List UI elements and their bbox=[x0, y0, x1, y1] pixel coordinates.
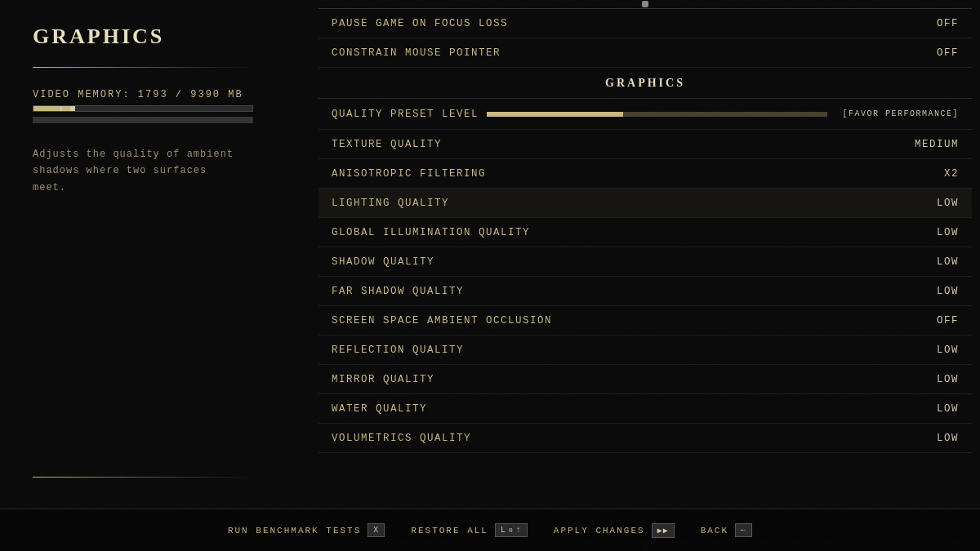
setting-name-shadow: Shadow Quality bbox=[332, 256, 434, 268]
page-root: Graphics Video Memory: 1793 / 9390 MB bbox=[0, 0, 980, 551]
setting-value-pause: Off bbox=[937, 18, 959, 29]
setting-row-volumetrics[interactable]: Volumetrics Quality Low bbox=[318, 424, 972, 453]
setting-row-texture[interactable]: Texture Quality Medium bbox=[318, 130, 972, 159]
setting-row-quality-preset[interactable]: Quality Preset Level [Favor Performance] bbox=[318, 99, 972, 130]
setting-name-texture: Texture Quality bbox=[332, 139, 442, 150]
left-panel: Graphics Video Memory: 1793 / 9390 MB bbox=[0, 0, 310, 551]
setting-name-mirror: Mirror Quality bbox=[332, 374, 434, 385]
run-benchmark-key: X bbox=[368, 523, 385, 537]
setting-name-reflection: Reflection Quality bbox=[332, 344, 464, 356]
setting-row-pause-game[interactable]: Pause Game On Focus Loss Off bbox=[318, 9, 972, 38]
setting-row-shadow[interactable]: Shadow Quality Low bbox=[318, 247, 972, 277]
memory-bar-seg1 bbox=[33, 106, 60, 111]
setting-name-quality-preset: Quality Preset Level bbox=[332, 109, 479, 120]
setting-value-ssao: Off bbox=[937, 315, 959, 327]
setting-name-pause: Pause Game On Focus Loss bbox=[332, 18, 508, 29]
apply-changes-key: ▶▶ bbox=[652, 523, 675, 538]
setting-value-anisotropic: X2 bbox=[944, 168, 959, 180]
video-memory-label: Video Memory: 1793 / 9390 MB bbox=[33, 89, 278, 100]
setting-value-lighting: Low bbox=[937, 198, 959, 209]
setting-value-mirror: Low bbox=[937, 374, 959, 385]
setting-row-ssao[interactable]: Screen Space Ambient Occlusion Off bbox=[318, 306, 972, 335]
setting-name-mouse: Constrain Mouse Pointer bbox=[332, 47, 501, 59]
settings-list[interactable]: Pause Game On Focus Loss Off Constrain M… bbox=[318, 8, 972, 543]
setting-value-water: Low bbox=[937, 403, 959, 415]
setting-description: Adjusts the quality of ambient shadows w… bbox=[33, 146, 245, 196]
bottom-bar: Run Benchmark Tests X Restore All L 0 ↑ … bbox=[0, 509, 980, 551]
page-title: Graphics bbox=[33, 24, 278, 49]
setting-row-global-illumination[interactable]: Global Illumination Quality Low bbox=[318, 218, 972, 247]
setting-row-water[interactable]: Water Quality Low bbox=[318, 394, 972, 424]
setting-value-far-shadow: Low bbox=[937, 286, 959, 297]
memory-bar-remaining bbox=[33, 117, 253, 123]
memory-bar-container bbox=[33, 105, 253, 123]
setting-name-lighting: Lighting Quality bbox=[332, 198, 449, 209]
top-spacer bbox=[318, 0, 972, 8]
memory-bar-used bbox=[33, 106, 75, 111]
graphics-section-header: Graphics bbox=[318, 68, 972, 99]
apply-changes-label: Apply Changes bbox=[554, 526, 645, 535]
setting-value-volumetrics: Low bbox=[937, 433, 959, 444]
title-divider bbox=[33, 67, 253, 68]
setting-row-mirror[interactable]: Mirror Quality Low bbox=[318, 365, 972, 394]
right-panel: Pause Game On Focus Loss Off Constrain M… bbox=[310, 0, 980, 551]
setting-value-texture: Medium bbox=[915, 139, 959, 150]
setting-name-volumetrics: Volumetrics Quality bbox=[332, 433, 471, 444]
back-button[interactable]: Back ← bbox=[701, 523, 752, 537]
setting-row-lighting[interactable]: Lighting Quality Low bbox=[318, 189, 972, 218]
restore-all-label: Restore All bbox=[411, 526, 488, 535]
bottom-divider bbox=[33, 477, 253, 478]
setting-row-far-shadow[interactable]: Far Shadow Quality Low bbox=[318, 277, 972, 306]
scroll-top-indicator bbox=[642, 1, 648, 7]
restore-all-button[interactable]: Restore All L 0 ↑ bbox=[411, 523, 527, 537]
setting-row-mouse-pointer[interactable]: Constrain Mouse Pointer Off bbox=[318, 38, 972, 68]
back-key: ← bbox=[735, 523, 752, 537]
run-benchmark-button[interactable]: Run Benchmark Tests X bbox=[228, 523, 385, 537]
setting-name-water: Water Quality bbox=[332, 403, 427, 415]
setting-name-ssao: Screen Space Ambient Occlusion bbox=[332, 315, 552, 327]
setting-row-anisotropic[interactable]: Anisotropic Filtering X2 bbox=[318, 159, 972, 189]
video-memory-section: Video Memory: 1793 / 9390 MB bbox=[33, 89, 278, 123]
setting-name-global-illumination: Global Illumination Quality bbox=[332, 227, 530, 238]
setting-value-mouse: Off bbox=[937, 47, 959, 59]
setting-name-anisotropic: Anisotropic Filtering bbox=[332, 168, 486, 180]
run-benchmark-label: Run Benchmark Tests bbox=[228, 526, 361, 535]
apply-changes-button[interactable]: Apply Changes ▶▶ bbox=[554, 523, 675, 538]
memory-bar-track bbox=[33, 105, 253, 112]
setting-value-shadow: Low bbox=[937, 256, 959, 268]
graphics-header-label: Graphics bbox=[605, 77, 685, 90]
preset-bar bbox=[487, 112, 827, 117]
setting-value-global-illumination: Low bbox=[937, 227, 959, 238]
memory-bar-seg2 bbox=[62, 106, 70, 111]
setting-row-reflection[interactable]: Reflection Quality Low bbox=[318, 335, 972, 365]
setting-value-quality-preset: [Favor Performance] bbox=[842, 109, 959, 118]
setting-value-reflection: Low bbox=[937, 344, 959, 356]
restore-all-key: L 0 ↑ bbox=[495, 523, 528, 537]
setting-name-far-shadow: Far Shadow Quality bbox=[332, 286, 464, 297]
back-label: Back bbox=[701, 526, 728, 535]
